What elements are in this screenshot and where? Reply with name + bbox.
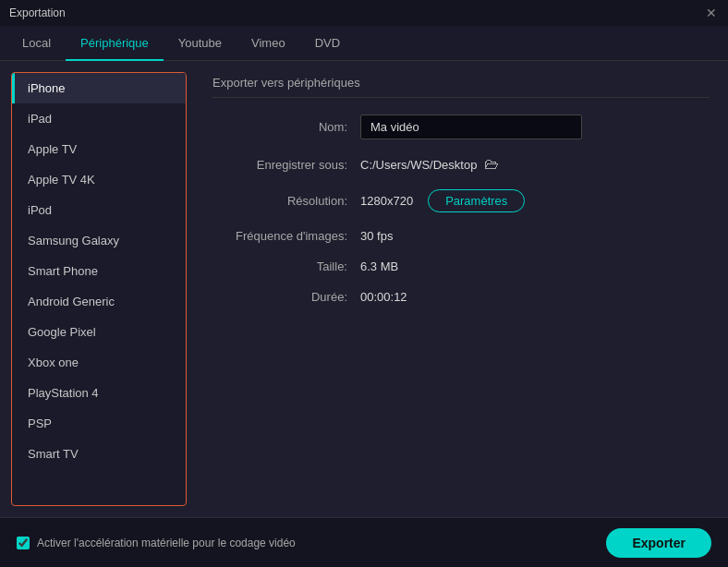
acceleration-row: Activer l'accélération matérielle pour l… bbox=[17, 537, 296, 549]
path-row: C:/Users/WS/Desktop 🗁 bbox=[360, 156, 499, 173]
acceleration-label: Activer l'accélération matérielle pour l… bbox=[37, 537, 296, 549]
device-item-ipod[interactable]: iPod bbox=[12, 195, 186, 225]
device-item-googlepixel[interactable]: Google Pixel bbox=[12, 317, 186, 347]
tab-peripherique[interactable]: Périphérique bbox=[66, 27, 164, 61]
size-row: Taille: 6.3 MB bbox=[212, 259, 710, 273]
main-content: iPhone iPad Apple TV Apple TV 4K iPod Sa… bbox=[0, 61, 728, 517]
save-row: Enregistrer sous: C:/Users/WS/Desktop 🗁 bbox=[212, 156, 710, 173]
framerate-label: Fréquence d'images: bbox=[212, 229, 360, 243]
duration-label: Durée: bbox=[212, 290, 360, 304]
tab-dvd[interactable]: DVD bbox=[300, 27, 355, 61]
save-label: Enregistrer sous: bbox=[212, 158, 360, 172]
section-title: Exporter vers périphériques bbox=[212, 76, 710, 98]
folder-icon[interactable]: 🗁 bbox=[484, 156, 499, 173]
framerate-value: 30 fps bbox=[360, 229, 393, 243]
device-item-smartphone[interactable]: Smart Phone bbox=[12, 256, 186, 286]
device-item-android[interactable]: Android Generic bbox=[12, 286, 186, 317]
device-list: iPhone iPad Apple TV Apple TV 4K iPod Sa… bbox=[11, 72, 187, 506]
device-item-smarttv[interactable]: Smart TV bbox=[12, 439, 186, 469]
device-item-appletv[interactable]: Apple TV bbox=[12, 134, 186, 164]
device-item-ipad[interactable]: iPad bbox=[12, 103, 186, 134]
resolution-row: Résolution: 1280x720 Paramètres bbox=[212, 189, 710, 212]
size-value: 6.3 MB bbox=[360, 259, 398, 273]
footer-bar: Activer l'accélération matérielle pour l… bbox=[0, 517, 728, 567]
acceleration-checkbox[interactable] bbox=[17, 537, 30, 549]
name-label: Nom: bbox=[212, 120, 360, 134]
device-item-samsung[interactable]: Samsung Galaxy bbox=[12, 225, 186, 256]
resolution-label: Résolution: bbox=[212, 194, 360, 208]
params-button[interactable]: Paramètres bbox=[428, 189, 525, 212]
tab-youtube[interactable]: Youtube bbox=[164, 27, 237, 61]
duration-value: 00:00:12 bbox=[360, 290, 407, 304]
tab-bar: Local Périphérique Youtube Vimeo DVD bbox=[0, 26, 728, 61]
device-item-ps4[interactable]: PlayStation 4 bbox=[12, 378, 186, 408]
tab-local[interactable]: Local bbox=[7, 27, 66, 61]
name-row: Nom: bbox=[212, 115, 710, 139]
device-item-psp[interactable]: PSP bbox=[12, 408, 186, 439]
name-input[interactable] bbox=[360, 115, 582, 139]
resolution-value: 1280x720 bbox=[360, 194, 413, 208]
device-item-iphone[interactable]: iPhone bbox=[12, 73, 186, 103]
tab-vimeo[interactable]: Vimeo bbox=[237, 27, 300, 61]
main-window: Exportation ✕ Local Périphérique Youtube… bbox=[0, 0, 728, 567]
device-item-xboxone[interactable]: Xbox one bbox=[12, 347, 186, 378]
duration-row: Durée: 00:00:12 bbox=[212, 290, 710, 304]
title-bar: Exportation ✕ bbox=[0, 0, 728, 26]
export-button[interactable]: Exporter bbox=[606, 528, 711, 558]
device-item-appletv4k[interactable]: Apple TV 4K bbox=[12, 164, 186, 195]
export-panel: Exporter vers périphériques Nom: Enregis… bbox=[194, 61, 728, 517]
close-button[interactable]: ✕ bbox=[704, 6, 719, 20]
size-label: Taille: bbox=[212, 259, 360, 273]
framerate-row: Fréquence d'images: 30 fps bbox=[212, 229, 710, 243]
save-path: C:/Users/WS/Desktop bbox=[360, 158, 477, 172]
resolution-value-row: 1280x720 Paramètres bbox=[360, 189, 525, 212]
window-title: Exportation bbox=[9, 6, 66, 19]
